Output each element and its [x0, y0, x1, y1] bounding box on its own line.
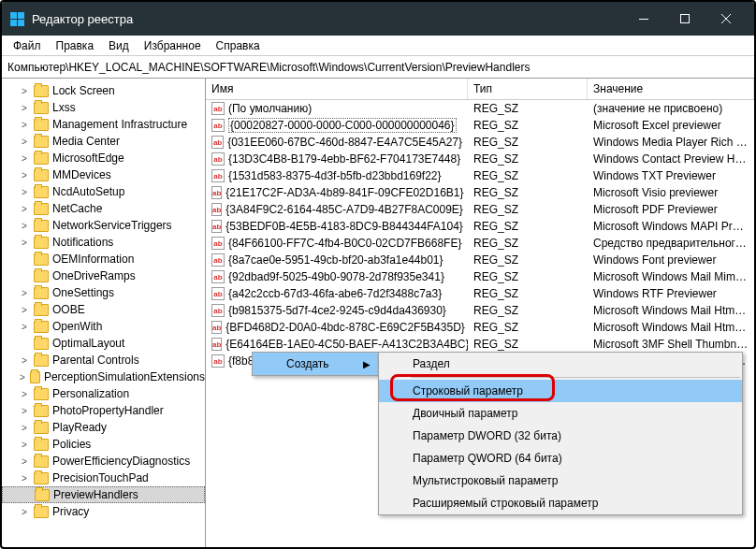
tree-item[interactable]: >OOBE — [2, 301, 205, 318]
tree-item[interactable]: >PowerEfficiencyDiagnostics — [2, 453, 205, 470]
ctx-new-multistring[interactable]: Мультистроковый параметр — [379, 470, 742, 492]
folder-icon — [34, 253, 49, 266]
ctx-new-qword[interactable]: Параметр QWORD (64 бита) — [379, 447, 742, 470]
expand-icon[interactable]: > — [19, 170, 30, 181]
folder-icon — [34, 338, 49, 350]
tree-item[interactable]: PreviewHandlers — [2, 486, 205, 503]
expand-icon[interactable]: > — [19, 103, 30, 113]
expand-icon[interactable]: > — [19, 456, 30, 467]
tree-item[interactable]: >OpenWith — [2, 318, 205, 335]
value-type: REG_SZ — [468, 169, 588, 182]
minimize-button[interactable] — [623, 2, 664, 36]
list-row[interactable]: ab{b9815375-5d7f-4ce2-9245-c9d4da436930}… — [206, 302, 754, 319]
expand-icon[interactable]: > — [19, 372, 26, 383]
value-name: {3A84F9C2-6164-485C-A7D9-4B27F8AC009E} — [225, 203, 463, 216]
value-name: {8a7cae0e-5951-49cb-bf20-ab3fa1e44b01} — [228, 253, 443, 267]
expand-icon[interactable]: > — [19, 389, 30, 399]
ctx-new-string[interactable]: Строковый параметр — [379, 380, 742, 402]
folder-icon — [34, 354, 49, 367]
tree-item[interactable]: >PerceptionSimulationExtensions — [2, 368, 205, 385]
tree-item[interactable]: >Management Infrastructure — [2, 116, 205, 133]
tree-item[interactable]: >PlayReady — [2, 419, 205, 436]
tree-item[interactable]: >OneSettings — [2, 284, 205, 301]
tree-item[interactable]: >Policies — [2, 436, 205, 453]
string-icon: ab — [211, 152, 225, 166]
expand-icon[interactable]: > — [19, 473, 30, 484]
list-row[interactable]: ab{a42c2ccb-67d3-46fa-abe6-7d2f3488c7a3}… — [206, 285, 754, 302]
tree-item[interactable]: >Privacy — [2, 503, 205, 520]
list-row[interactable]: ab(По умолчанию)REG_SZ(значение не присв… — [206, 100, 754, 117]
list-row[interactable]: ab{3A84F9C2-6164-485C-A7D9-4B27F8AC009E}… — [206, 201, 754, 218]
list-header: Имя Тип Значение — [206, 79, 754, 100]
expand-icon[interactable]: > — [19, 288, 30, 298]
titlebar: Редактор реестра — [2, 2, 754, 36]
tree-item[interactable]: OptimalLayout — [2, 335, 205, 352]
ctx-new-binary[interactable]: Двоичный параметр — [379, 402, 742, 425]
expand-icon[interactable]: > — [19, 120, 30, 130]
value-data: Microsoft Visio previewer — [588, 186, 754, 199]
tree-item[interactable]: >NetCache — [2, 200, 205, 217]
expand-icon[interactable]: > — [19, 507, 30, 517]
ctx-new-expandstring[interactable]: Расширяемый строковый параметр — [379, 492, 742, 514]
tree-item[interactable]: >MicrosoftEdge — [2, 150, 205, 166]
tree-item[interactable]: >Lock Screen — [2, 82, 205, 99]
list-row[interactable]: ab{00020827-0000-0000-C000-000000000046}… — [206, 117, 754, 134]
menu-help[interactable]: Справка — [209, 37, 268, 54]
tree-item[interactable]: >NcdAutoSetup — [2, 183, 205, 200]
tree-item[interactable]: >Media Center — [2, 133, 205, 150]
value-name: {b9815375-5d7f-4ce2-9245-c9d4da436930} — [228, 304, 446, 317]
list-pane[interactable]: Имя Тип Значение ab(По умолчанию)REG_SZ(… — [206, 79, 754, 547]
expand-icon[interactable]: > — [19, 238, 30, 248]
tree-item[interactable]: >NetworkServiceTriggers — [2, 217, 205, 234]
col-value[interactable]: Значение — [588, 79, 754, 99]
tree-item[interactable]: >Personalization — [2, 385, 205, 402]
expand-icon[interactable]: > — [19, 322, 30, 332]
expand-icon[interactable]: > — [19, 406, 30, 416]
tree-item[interactable]: >PrecisionTouchPad — [2, 470, 205, 486]
menu-file[interactable]: Файл — [6, 37, 49, 54]
expand-icon[interactable]: > — [19, 153, 30, 164]
menu-favorites[interactable]: Избранное — [137, 37, 209, 54]
ctx-new[interactable]: Создать ▶ — [253, 353, 378, 375]
tree-item[interactable]: OEMInformation — [2, 251, 205, 267]
list-row[interactable]: ab{53BEDF0B-4E5B-4183-8DC9-B844344FA104}… — [206, 218, 754, 235]
tree-item[interactable]: >Parental Controls — [2, 352, 205, 368]
tree-item[interactable]: OneDriveRamps — [2, 267, 205, 284]
tree-item[interactable]: >Lxss — [2, 99, 205, 116]
menu-view[interactable]: Вид — [101, 37, 137, 54]
list-row[interactable]: ab{BFD468D2-D0A0-4bdc-878C-E69C2F5B435D}… — [206, 319, 754, 336]
list-row[interactable]: ab{1531d583-8375-4d3f-b5fb-d23bbd169f22}… — [206, 167, 754, 184]
list-row[interactable]: ab{84F66100-FF7C-4fb4-B0C0-02CD7FB668FE}… — [206, 235, 754, 252]
ctx-new-dword[interactable]: Параметр DWORD (32 бита) — [379, 425, 742, 447]
list-row[interactable]: ab{8a7cae0e-5951-49cb-bf20-ab3fa1e44b01}… — [206, 252, 754, 268]
list-row[interactable]: ab{13D3C4B8-B179-4ebb-BF62-F704173E7448}… — [206, 151, 754, 167]
list-row[interactable]: ab{21E17C2F-AD3A-4b89-841F-09CFE02D16B1}… — [206, 184, 754, 201]
expand-icon[interactable]: > — [19, 440, 30, 450]
expand-icon[interactable]: > — [19, 137, 30, 147]
tree-pane[interactable]: >Lock Screen>Lxss>Management Infrastruct… — [2, 79, 206, 547]
tree-item[interactable]: >MMDevices — [2, 166, 205, 183]
folder-icon — [34, 152, 49, 165]
expand-icon[interactable]: > — [19, 86, 30, 96]
string-icon: ab — [211, 220, 222, 233]
tree-item[interactable]: >Notifications — [2, 234, 205, 251]
expand-icon[interactable]: > — [19, 355, 30, 366]
expand-icon[interactable]: > — [19, 221, 30, 231]
expand-icon[interactable]: > — [19, 305, 30, 315]
value-name: {031EE060-67BC-460d-8847-E4A7C5E45A27} — [227, 136, 462, 149]
list-row[interactable]: ab{92dbad9f-5025-49b0-9078-2d78f935e341}… — [206, 268, 754, 285]
list-row[interactable]: ab{031EE060-67BC-460d-8847-E4A7C5E45A27}… — [206, 134, 754, 151]
maximize-button[interactable] — [664, 2, 705, 36]
list-row[interactable]: ab{E64164EB-1AE0-4C50-BAEF-A413C2B3A4BC}… — [206, 336, 754, 353]
address-bar[interactable]: Компьютер\HKEY_LOCAL_MACHINE\SOFTWARE\Mi… — [2, 56, 754, 79]
expand-icon[interactable]: > — [19, 423, 30, 433]
tree-item[interactable]: >PhotoPropertyHandler — [2, 402, 205, 419]
close-button[interactable] — [705, 2, 747, 36]
col-name[interactable]: Имя — [206, 79, 468, 99]
expand-icon[interactable]: > — [19, 187, 30, 197]
expand-icon[interactable]: > — [19, 204, 30, 214]
svg-rect-1 — [681, 15, 690, 23]
col-type[interactable]: Тип — [468, 79, 588, 99]
ctx-new-key[interactable]: Раздел — [379, 353, 742, 375]
menu-edit[interactable]: Правка — [49, 37, 102, 54]
